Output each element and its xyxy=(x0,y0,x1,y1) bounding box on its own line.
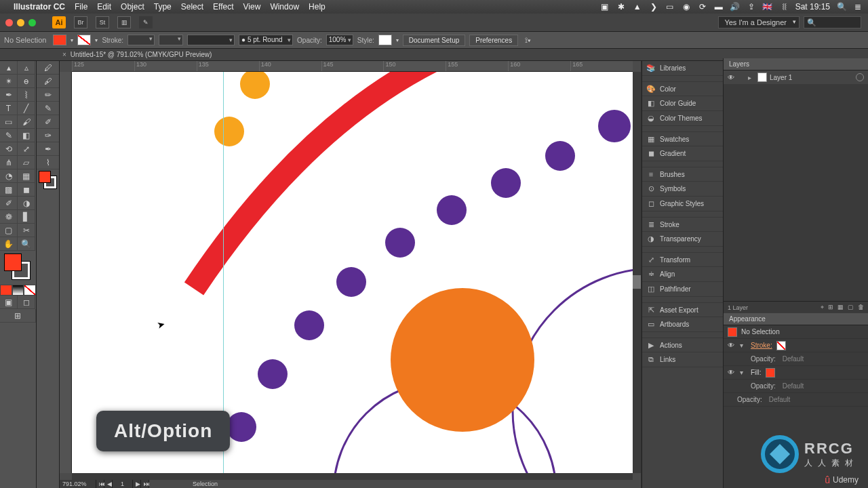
lang-icon[interactable]: 🇬🇧 xyxy=(763,2,772,12)
artboard-next[interactable]: ▶ xyxy=(133,480,141,488)
twirl-icon[interactable]: ▾ xyxy=(740,369,747,376)
brush-8[interactable]: ⌇ xyxy=(37,156,59,169)
width-tool[interactable]: ⋔ xyxy=(0,156,18,169)
screen-mode-2[interactable]: ◻ xyxy=(18,296,35,309)
fill-swatch[interactable] xyxy=(53,35,66,45)
mini-fill-stroke[interactable] xyxy=(37,169,59,194)
appearance-fill-opacity[interactable]: Opacity:Default xyxy=(724,380,868,393)
status-icon[interactable]: ✱ xyxy=(616,2,626,12)
selection-tool[interactable]: ▴ xyxy=(0,61,18,75)
appearance-stroke-row[interactable]: 👁 ▾ Stroke: xyxy=(724,339,868,352)
dock-item-brushes[interactable]: ≡Brushes xyxy=(642,167,723,182)
stroke-swatch[interactable] xyxy=(776,341,786,350)
rectangle-tool[interactable]: ▭ xyxy=(0,115,18,129)
menu-view[interactable]: View xyxy=(243,2,261,12)
menu-type[interactable]: Type xyxy=(154,2,172,12)
status-icon[interactable]: ◉ xyxy=(682,2,691,12)
dock-item-libraries[interactable]: 📚Libraries xyxy=(642,61,723,76)
arrange-button[interactable]: ▥ xyxy=(117,16,131,28)
status-icon[interactable]: ▭ xyxy=(665,2,675,12)
symbol-sprayer-tool[interactable]: ❁ xyxy=(0,210,18,224)
layer-name[interactable]: Layer 1 xyxy=(770,74,792,81)
menu-list-icon[interactable]: ≣ xyxy=(853,2,863,12)
window-zoom-button[interactable] xyxy=(28,19,36,26)
vertical-scrollbar[interactable] xyxy=(633,72,641,473)
status-icon[interactable]: ▲ xyxy=(633,2,642,12)
gpu-button[interactable]: ✎ xyxy=(139,16,153,28)
search-input[interactable]: 🔍 xyxy=(804,16,861,28)
direct-selection-tool[interactable]: ▵ xyxy=(18,61,35,75)
graph-tool[interactable]: ▋ xyxy=(18,210,35,224)
stroke-weight-dropdown[interactable] xyxy=(127,35,155,45)
menu-select[interactable]: Select xyxy=(181,2,203,12)
new-layer-icon[interactable]: ▦ xyxy=(837,304,844,311)
dock-item-transparency[interactable]: ◑Transparency xyxy=(642,232,723,247)
paintbrush-tool[interactable]: 🖌 xyxy=(18,115,35,129)
menu-edit[interactable]: Edit xyxy=(97,2,111,12)
twirl-icon[interactable]: ▾ xyxy=(740,342,747,349)
artboard-first[interactable]: ⏮ xyxy=(96,480,104,488)
appearance-opacity[interactable]: Opacity:Default xyxy=(724,393,868,407)
align-flyout-icon[interactable]: ⟟▾ xyxy=(525,36,531,45)
curvature-tool[interactable]: ⦚ xyxy=(18,88,35,102)
lasso-tool[interactable]: ɵ xyxy=(18,75,35,88)
brush-3[interactable]: ✏ xyxy=(37,88,59,102)
bridge-button[interactable]: Br xyxy=(74,16,87,28)
free-transform-tool[interactable]: ▱ xyxy=(18,156,35,169)
brush-4[interactable]: ✎ xyxy=(37,102,59,115)
artboard-index[interactable]: 1 xyxy=(113,480,133,488)
artboard-prev[interactable]: ◀ xyxy=(104,480,113,488)
slice-tool[interactable]: ✂ xyxy=(18,224,35,237)
locate-icon[interactable]: ⌖ xyxy=(821,304,824,311)
menu-object[interactable]: Object xyxy=(121,2,144,12)
layer-row[interactable]: 👁 ▸ Layer 1 xyxy=(724,70,868,84)
gradient-tool[interactable]: ◼ xyxy=(18,183,35,197)
color-mode-switches[interactable] xyxy=(0,285,36,296)
brush-1[interactable]: 🖊 xyxy=(37,61,59,75)
new-sublayer-icon[interactable]: ⊞ xyxy=(828,304,833,311)
dock-item-gradient[interactable]: ◼Gradient xyxy=(642,146,723,161)
fill-swatch[interactable] xyxy=(766,368,775,378)
stroke-swatch[interactable] xyxy=(77,35,91,45)
brush-6[interactable]: ✑ xyxy=(37,129,59,142)
pencil-tool[interactable]: ✎ xyxy=(0,129,18,142)
layers-tab[interactable]: Layers xyxy=(724,58,868,70)
brush-2[interactable]: 🖋 xyxy=(37,75,59,88)
dock-item-links[interactable]: ⧉Links xyxy=(642,352,723,367)
status-icon[interactable]: ▣ xyxy=(600,2,610,12)
menubar-clock[interactable]: Sat 19:15 xyxy=(795,2,830,12)
eyedropper-tool[interactable]: ✐ xyxy=(0,197,18,210)
change-screen-mode[interactable]: ⊞ xyxy=(0,309,36,323)
status-icon[interactable]: ⟳ xyxy=(698,2,707,12)
dock-item-align[interactable]: ≑Align xyxy=(642,267,723,282)
dock-item-color-guide[interactable]: ◧Color Guide xyxy=(642,96,723,111)
pen-tool[interactable]: ✒ xyxy=(0,88,18,102)
status-icon[interactable]: ▬ xyxy=(714,2,724,12)
window-close-button[interactable] xyxy=(5,19,13,26)
wifi-icon[interactable]: ⧛ xyxy=(779,2,789,12)
menu-effect[interactable]: Effect xyxy=(213,2,233,12)
style-swatch[interactable] xyxy=(378,35,392,45)
visibility-icon[interactable]: 👁 xyxy=(728,369,736,376)
vstroke-dropdown[interactable] xyxy=(159,35,183,45)
artboard-last[interactable]: ⏭ xyxy=(141,480,149,488)
dock-item-symbols[interactable]: ⊙Symbols xyxy=(642,182,723,197)
dock-item-swatches[interactable]: ▦Swatches xyxy=(642,131,723,146)
volume-icon[interactable]: 🔊 xyxy=(730,2,740,12)
type-tool[interactable]: T xyxy=(0,102,18,115)
dock-item-transform[interactable]: ⤢Transform xyxy=(642,252,723,267)
status-icon[interactable]: ❯ xyxy=(649,2,658,12)
menu-help[interactable]: Help xyxy=(309,2,326,12)
appearance-fill-row[interactable]: 👁 ▾ Fill: xyxy=(724,366,868,380)
dock-item-actions[interactable]: ▶Actions xyxy=(642,338,723,352)
visibility-toggle-icon[interactable]: 👁 xyxy=(726,74,736,81)
rotate-tool[interactable]: ⟲ xyxy=(0,142,18,156)
hand-tool[interactable]: ✋ xyxy=(0,237,18,251)
menu-file[interactable]: File xyxy=(75,2,87,12)
zoom-tool[interactable]: 🔍 xyxy=(18,237,35,251)
spotlight-icon[interactable]: 🔍 xyxy=(837,2,846,12)
zoom-display[interactable]: 791.02% xyxy=(60,480,96,488)
dock-item-artboards[interactable]: ▭Artboards xyxy=(642,317,723,332)
dock-item-color-themes[interactable]: ◒Color Themes xyxy=(642,111,723,126)
document-tab[interactable]: Untitled-15* @ 791.02% (CMYK/GPU Preview… xyxy=(71,51,212,58)
